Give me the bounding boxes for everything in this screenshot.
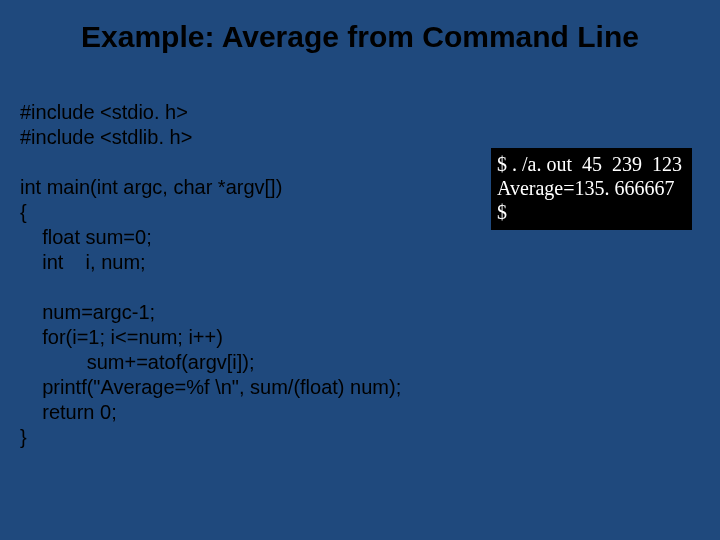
slide-title: Example: Average from Command Line (0, 0, 720, 64)
terminal-output: $ . /a. out 45 239 123 Average=135. 6666… (491, 148, 692, 230)
slide: Example: Average from Command Line #incl… (0, 0, 720, 540)
code-block: #include <stdio. h> #include <stdlib. h>… (20, 100, 401, 450)
